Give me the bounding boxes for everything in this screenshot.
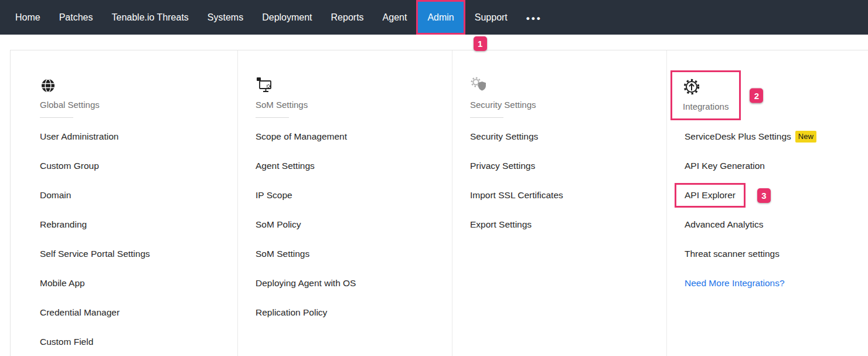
column-integrations: Integrations2ServiceDesk Plus SettingsNe… xyxy=(666,50,868,356)
menu-item-label: API Explorer xyxy=(685,190,736,201)
nav-item-agent[interactable]: Agent xyxy=(373,0,417,35)
nav-item-label: Home xyxy=(15,12,40,23)
menu-item-label: Deploying Agent with OS xyxy=(256,278,356,289)
annotated-header-box: Integrations2 xyxy=(670,70,741,120)
security-shield-gear-icon xyxy=(470,76,666,94)
menu-item-label: API Key Generation xyxy=(685,161,765,171)
header-inner: SoM Settings xyxy=(256,76,452,110)
nav-more-menu[interactable]: ••• xyxy=(517,0,552,35)
nav-item-label: Tenable.io Threats xyxy=(112,12,189,23)
globe-icon xyxy=(40,76,237,94)
menu-item-security-settings[interactable]: Security Settings xyxy=(470,122,666,151)
menu-item-mobile-app[interactable]: Mobile App xyxy=(40,269,237,298)
nav-item-home[interactable]: Home xyxy=(6,0,50,35)
nav-item-patches[interactable]: Patches xyxy=(50,0,103,35)
nav-item-label: Support xyxy=(475,12,508,23)
menu-item-label: Custom Field xyxy=(40,337,93,347)
column-global-settings: Global SettingsUser AdministrationCustom… xyxy=(11,50,237,356)
nav-item-systems[interactable]: Systems xyxy=(198,0,253,35)
nav-item-label: Deployment xyxy=(262,12,312,23)
column-title: SoM Settings xyxy=(256,100,452,110)
menu-item-label: Domain xyxy=(40,190,71,201)
nav-item-label: Reports xyxy=(331,12,364,23)
header-inner: Global Settings xyxy=(40,76,237,110)
admin-menu-panel: Global SettingsUser AdministrationCustom… xyxy=(10,50,868,356)
top-nav: HomePatchesTenable.io ThreatsSystemsDepl… xyxy=(0,0,868,35)
annotation-step-2-badge: 2 xyxy=(750,88,763,103)
column-som-settings: SoM SettingsScope of ManagementAgent Set… xyxy=(237,50,452,356)
nav-item-deployment[interactable]: Deployment xyxy=(253,0,321,35)
menu-item-link-label: Need More Integrations? xyxy=(685,278,785,289)
menu-item-api-explorer[interactable]: API Explorer3 xyxy=(685,181,868,210)
menu-item-custom-group[interactable]: Custom Group xyxy=(40,151,237,181)
menu-item-label: User Administration xyxy=(40,131,118,142)
menu-item-label: SoM Policy xyxy=(256,219,301,230)
menu-item-som-settings[interactable]: SoM Settings xyxy=(256,239,452,269)
menu-item-import-ssl-certificates[interactable]: Import SSL Certificates xyxy=(470,181,666,210)
menu-item-label: IP Scope xyxy=(256,190,292,201)
menu-item-api-key-generation[interactable]: API Key Generation xyxy=(685,151,868,181)
column-header-integrations: Integrations2 xyxy=(685,50,868,122)
menu-item-need-more-integrations[interactable]: Need More Integrations? xyxy=(685,269,868,298)
nav-item-label: Patches xyxy=(59,12,93,23)
annotation-step-3-badge: 3 xyxy=(757,188,771,203)
menu-item-threat-scanner-settings[interactable]: Threat scanner settings xyxy=(685,239,868,269)
menu-item-label: Scope of Management xyxy=(256,131,347,142)
header-inner: Security Settings xyxy=(470,76,666,110)
menu-item-user-administration[interactable]: User Administration xyxy=(40,122,237,151)
nav-item-label: Agent xyxy=(383,12,407,23)
menu-item-label: Replication Policy xyxy=(256,307,327,318)
menu-item-label: Rebranding xyxy=(40,219,87,230)
nav-item-label: Admin xyxy=(427,12,454,23)
header-underline xyxy=(470,117,503,118)
menu-item-label: Advanced Analytics xyxy=(685,219,763,230)
column-title: Security Settings xyxy=(470,100,666,110)
header-underline xyxy=(40,117,73,118)
annotation-step-1-badge: 1 xyxy=(474,36,487,51)
column-header-global-settings: Global Settings xyxy=(40,50,237,122)
menu-item-agent-settings[interactable]: Agent Settings xyxy=(256,151,452,181)
menu-item-privacy-settings[interactable]: Privacy Settings xyxy=(470,151,666,181)
menu-item-servicedesk-plus-settings[interactable]: ServiceDesk Plus SettingsNew xyxy=(685,122,868,151)
menu-item-domain[interactable]: Domain xyxy=(40,181,237,210)
menu-item-scope-of-management[interactable]: Scope of Management xyxy=(256,122,452,151)
nav-item-support[interactable]: Support xyxy=(465,0,517,35)
integrations-gear-arrow-icon xyxy=(683,78,729,96)
menu-item-ip-scope[interactable]: IP Scope xyxy=(256,181,452,210)
menu-item-label: Security Settings xyxy=(470,131,538,142)
menu-item-label: Mobile App xyxy=(40,278,85,289)
menu-item-label: Custom Group xyxy=(40,161,99,171)
column-header-som-settings: SoM Settings xyxy=(256,50,452,122)
menu-item-credential-manager[interactable]: Credential Manager xyxy=(40,298,237,327)
column-header-security-settings: Security Settings xyxy=(470,50,666,122)
nav-item-admin[interactable]: Admin1 xyxy=(416,0,465,35)
menu-item-label: Agent Settings xyxy=(256,161,315,171)
column-title: Integrations xyxy=(683,101,729,111)
menu-item-label: Privacy Settings xyxy=(470,161,535,171)
annotated-item-box: API Explorer xyxy=(675,183,746,208)
menu-item-replication-policy[interactable]: Replication Policy xyxy=(256,298,452,327)
column-title: Global Settings xyxy=(40,100,237,110)
header-underline xyxy=(256,117,289,118)
menu-item-label: Export Settings xyxy=(470,219,532,230)
nav-item-reports[interactable]: Reports xyxy=(322,0,373,35)
som-monitor-icon xyxy=(256,76,452,94)
menu-item-label: Credential Manager xyxy=(40,307,120,318)
new-badge: New xyxy=(795,131,816,143)
menu-item-custom-field[interactable]: Custom Field xyxy=(40,327,237,356)
menu-item-som-policy[interactable]: SoM Policy xyxy=(256,210,452,239)
menu-item-label: Threat scanner settings xyxy=(685,249,780,259)
menu-item-label: ServiceDesk Plus Settings xyxy=(685,131,791,142)
menu-item-label: Self Service Portal Settings xyxy=(40,249,150,259)
menu-item-self-service-portal-settings[interactable]: Self Service Portal Settings xyxy=(40,239,237,269)
menu-item-advanced-analytics[interactable]: Advanced Analytics xyxy=(685,210,868,239)
menu-item-label: Import SSL Certificates xyxy=(470,190,563,201)
nav-item-label: Systems xyxy=(207,12,243,23)
menu-item-export-settings[interactable]: Export Settings xyxy=(470,210,666,239)
nav-item-tenable-io-threats[interactable]: Tenable.io Threats xyxy=(103,0,198,35)
column-security-settings: Security SettingsSecurity SettingsPrivac… xyxy=(452,50,666,356)
menu-item-deploying-agent-with-os[interactable]: Deploying Agent with OS xyxy=(256,269,452,298)
menu-item-label: SoM Settings xyxy=(256,249,309,259)
menu-item-rebranding[interactable]: Rebranding xyxy=(40,210,237,239)
